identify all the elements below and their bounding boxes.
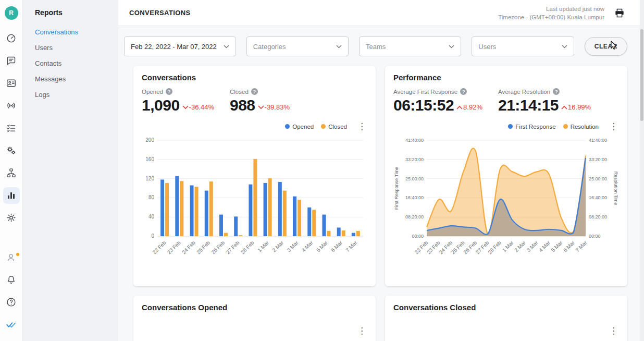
double-check-logo-icon [6,319,17,330]
svg-text:2 Mar: 2 Mar [513,239,527,253]
stat-opened-value: 1,090 [142,96,180,114]
svg-text:41:40:00: 41:40:00 [405,138,424,143]
trend-arrow-icon [456,105,463,109]
help-icon[interactable] [460,88,467,95]
trend-arrow-icon [561,105,567,109]
svg-text:1 Mar: 1 Mar [501,239,515,253]
bottom-charts-row: Conversations Opened Conversations Close… [133,296,627,341]
svg-text:28 Feb: 28 Feb [240,239,255,255]
stat-closed-value: 988 [230,96,255,114]
svg-text:16:40:00: 16:40:00 [589,195,607,200]
more-options-icon[interactable] [608,122,619,131]
stat-first-response-change-text: 8.92% [463,103,482,111]
card-title: Performance [393,73,619,82]
svg-text:2 Mar: 2 Mar [271,239,284,253]
chevron-down-icon [224,45,229,48]
teams-select[interactable]: Teams [359,36,461,56]
rail-item-automation[interactable] [3,142,20,159]
rail-item-notifications[interactable] [3,272,20,288]
user-icon [6,252,17,263]
rail-item-settings[interactable] [3,210,20,226]
stat-resolution-label: Average Resolution [498,89,550,95]
reports-sidebar: Reports Conversations Users Contacts Mes… [23,0,118,341]
dashboard-gauge-icon [6,33,17,44]
rail-item-contacts[interactable] [3,75,20,92]
card-title: Conversations Closed [393,303,619,312]
help-icon[interactable] [251,88,258,95]
clear-filters-button[interactable]: CLEAR [585,37,627,56]
rail-item-broadcast[interactable] [3,98,20,114]
sidebar-item-logs[interactable]: Logs [35,87,118,102]
svg-text:7 Mar: 7 Mar [344,239,358,253]
svg-text:22 Feb: 22 Feb [152,239,167,255]
legend-label: Opened [292,124,314,130]
svg-text:16:40:00: 16:40:00 [405,195,424,200]
svg-text:6 Mar: 6 Mar [330,239,343,253]
users-select[interactable]: Users [472,36,574,56]
legend-dot [508,124,513,129]
scrollbar-thumb[interactable] [640,29,643,121]
more-options-icon[interactable] [608,326,619,335]
gears-icon [6,145,17,156]
chevron-down-icon [449,45,454,48]
rail-item-messaging[interactable] [3,53,20,69]
rail-item-help[interactable] [3,294,20,311]
svg-text:1 Mar: 1 Mar [256,239,270,253]
bar-chart-icon [6,190,17,201]
legend-closed[interactable]: Closed [321,124,347,130]
help-icon[interactable] [166,88,172,95]
sidebar-item-conversations[interactable]: Conversations [35,24,118,40]
page-title: CONVERSATIONS [129,9,191,17]
stat-resolution-change: 16.99% [561,103,591,111]
sidebar-item-contacts[interactable]: Contacts [35,55,118,71]
svg-text:40: 40 [148,214,155,220]
chart-legend: First Response Resolution [393,122,619,131]
rail-item-tasks[interactable] [3,120,20,137]
broadcast-icon [6,100,17,111]
stat-opened-change-text: -36.44% [189,103,214,111]
date-range-select[interactable]: Feb 22, 2022 - Mar 07, 2022 [124,36,236,56]
help-icon[interactable] [553,88,560,95]
brand-logo[interactable] [3,316,20,333]
trend-arrow-icon [258,105,264,109]
conversations-opened-card: Conversations Opened [133,296,376,341]
stat-opened: Opened 1,090 -36.44% [142,88,214,114]
rail-item-workflows[interactable] [3,165,20,181]
svg-text:24 Feb: 24 Feb [181,239,196,255]
svg-text:First Response Time: First Response Time [394,167,399,210]
legend-first-response[interactable]: First Response [508,124,555,130]
stat-first-response-value: 06:15:52 [393,96,454,114]
sidebar-item-messages[interactable]: Messages [35,71,118,87]
categories-placeholder: Categories [253,43,286,51]
more-options-icon[interactable] [356,326,367,335]
avatar[interactable]: R [5,6,18,20]
conversations-bar-chart: 0408012016020022 Feb23 Feb24 Feb25 Feb26… [142,135,367,265]
svg-text:4 Mar: 4 Mar [301,239,314,253]
svg-text:160: 160 [145,156,154,162]
stat-resolution-value: 21:14:15 [498,96,559,114]
svg-text:6 Mar: 6 Mar [562,239,576,253]
svg-text:3 Mar: 3 Mar [286,239,300,253]
legend-resolution[interactable]: Resolution [563,124,599,130]
timezone-text: Timezone - (GMT+08:00) Kuala Lumpur [498,13,604,21]
stat-resolution: Average Resolution 21:14:15 16.99% [498,88,591,114]
stat-closed-change: -39.83% [258,103,290,111]
categories-select[interactable]: Categories [246,36,349,56]
performance-card: Performance Average First Response 06:15… [385,66,627,286]
bell-icon [6,274,17,285]
rail-item-dashboard[interactable] [3,30,20,47]
rail-item-user-status[interactable] [3,249,20,266]
svg-text:08:20:00: 08:20:00 [405,214,424,220]
charts-row: Conversations Opened 1,090 - [133,66,627,286]
legend-dot [563,124,568,129]
stat-opened-label: Opened [142,89,163,95]
users-placeholder: Users [478,43,496,51]
legend-opened[interactable]: Opened [285,124,314,130]
conversations-card: Conversations Opened 1,090 - [133,66,376,286]
stat-closed-change-text: -39.83% [265,103,290,111]
legend-dot [285,124,290,129]
more-options-icon[interactable] [356,122,367,131]
sidebar-item-users[interactable]: Users [35,40,118,55]
print-button[interactable] [614,7,625,19]
rail-item-reports[interactable] [3,187,20,204]
